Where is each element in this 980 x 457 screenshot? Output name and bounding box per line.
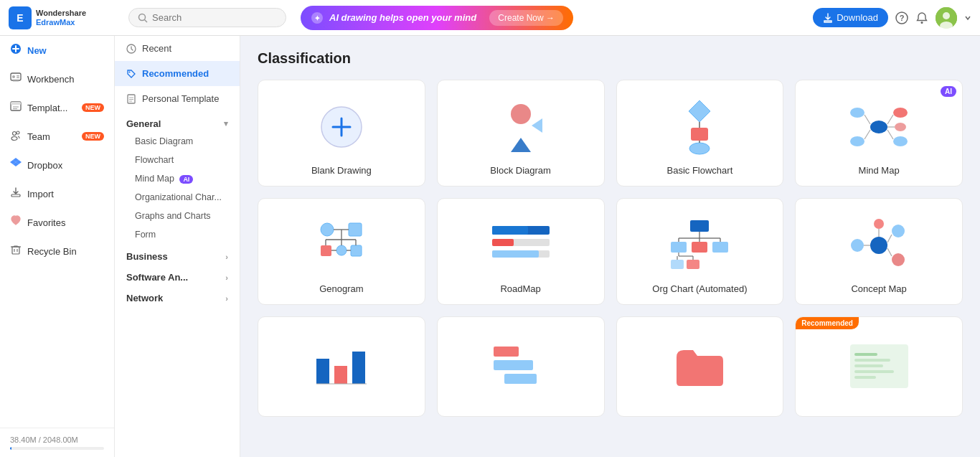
card-visual-bar [265, 331, 418, 400]
card-visual-recommended [803, 331, 955, 400]
nav-item-personal-template[interactable]: Personal Template [115, 86, 240, 111]
sidebar-item-templates[interactable]: Templat... NEW [0, 93, 114, 122]
nav-section-software[interactable]: Software An... › [115, 265, 240, 286]
svg-text:✦: ✦ [314, 14, 321, 22]
svg-rect-77 [690, 220, 709, 232]
help-icon: ? [895, 11, 908, 24]
ai-create-now-button[interactable]: Create Now → [489, 10, 563, 26]
download-button[interactable]: Download [813, 8, 888, 27]
svg-point-92 [870, 237, 887, 254]
page-title: Classification [258, 50, 963, 67]
svg-rect-87 [687, 260, 699, 269]
nav-sub-basic-diagram[interactable]: Basic Diagram [115, 132, 240, 151]
svg-point-52 [895, 123, 906, 131]
svg-rect-111 [854, 364, 883, 367]
search-input[interactable] [152, 12, 277, 23]
card-label: Blank Drawing [311, 165, 372, 176]
svg-line-99 [887, 248, 892, 256]
svg-rect-102 [334, 366, 347, 384]
nav-sub-org-chart[interactable]: Organizational Char... [115, 188, 240, 207]
svg-rect-86 [671, 260, 684, 269]
storage-text: 38.40M / 2048.00M [10, 435, 78, 444]
recommended-badge: Recommended [796, 317, 859, 329]
nav-sub-graphs-charts[interactable]: Graphs and Charts [115, 207, 240, 225]
svg-rect-72 [492, 226, 528, 235]
svg-point-96 [874, 219, 884, 229]
mind-map-ai-badge: AI [179, 175, 193, 184]
chevron-down-icon: ▾ [224, 119, 228, 128]
svg-rect-43 [691, 128, 708, 141]
tag-icon [126, 69, 136, 79]
card-recommended[interactable]: Recommended [795, 316, 963, 417]
svg-rect-27 [11, 194, 20, 197]
card-visual-gantt [445, 331, 597, 400]
svg-point-51 [893, 136, 908, 146]
sidebar-item-team[interactable]: Team NEW [0, 122, 114, 151]
card-gantt[interactable] [437, 316, 605, 417]
card-block-diagram[interactable]: Block Diagram [437, 80, 605, 187]
search-box[interactable] [128, 8, 286, 27]
nav-item-recent[interactable]: Recent [115, 36, 240, 61]
notifications-button[interactable] [915, 11, 928, 24]
sidebar-item-new[interactable]: New [0, 36, 114, 65]
logo[interactable]: E Wondershare EdrawMax [9, 6, 120, 29]
sidebar: New Workbench Templat... NEW Team NEW [0, 36, 115, 457]
avatar-icon [936, 7, 957, 29]
card-basic-flowchart[interactable]: Basic Flowchart [616, 80, 784, 187]
nav-item-recommended[interactable]: Recommended [115, 61, 240, 86]
card-blank-drawing[interactable]: Blank Drawing [258, 80, 425, 187]
card-mind-map[interactable]: AI Mind M [795, 80, 963, 187]
nav-sub-flowchart[interactable]: Flowchart [115, 151, 240, 169]
card-visual-block [445, 95, 597, 159]
chevron-down-icon [964, 14, 971, 22]
avatar[interactable] [936, 7, 957, 29]
card-label: Mind Map [859, 165, 900, 176]
logo-bot-text: EdrawMax [36, 18, 86, 27]
sidebar-item-import[interactable]: Import [0, 179, 114, 208]
svg-marker-42 [689, 100, 710, 122]
svg-rect-15 [13, 80, 19, 82]
chevron-right-icon: › [225, 273, 228, 282]
cards-row-2: Genogram RoadMap [258, 198, 963, 305]
svg-rect-101 [316, 359, 329, 384]
card-bar-chart[interactable] [258, 316, 425, 417]
nav-section-general[interactable]: General ▾ [115, 111, 240, 132]
svg-rect-62 [321, 245, 331, 256]
svg-point-58 [321, 223, 334, 236]
card-concept-map[interactable]: Concept Map [795, 198, 963, 305]
chevron-right-icon: › [225, 253, 228, 261]
card-org-chart-automated[interactable]: Org Chart (Automated) [616, 198, 784, 305]
storage-bar [10, 447, 104, 450]
import-icon [10, 187, 22, 201]
nav-sub-form[interactable]: Form [115, 225, 240, 244]
nav-sub-mind-map[interactable]: Mind Map AI [115, 169, 240, 188]
svg-rect-13 [17, 75, 19, 77]
nav-section-network[interactable]: Network › [115, 286, 240, 306]
svg-marker-41 [532, 118, 542, 133]
card-roadmap[interactable]: RoadMap [437, 198, 605, 305]
cards-row-1: Blank Drawing Block Diagram [258, 80, 963, 187]
svg-rect-28 [12, 247, 19, 254]
card-genogram[interactable]: Genogram [258, 198, 425, 305]
svg-point-22 [17, 131, 19, 134]
svg-rect-17 [11, 102, 21, 105]
main-area: New Workbench Templat... NEW Team NEW [0, 36, 980, 457]
svg-line-1 [145, 19, 148, 22]
svg-rect-74 [492, 239, 514, 246]
help-button[interactable]: ? [895, 11, 908, 24]
sidebar-item-favorites[interactable]: Favorites [0, 208, 114, 237]
trash-icon [10, 244, 22, 258]
card-visual-folder [624, 331, 776, 400]
card-folder[interactable] [616, 316, 784, 417]
nav-section-business[interactable]: Business › [115, 244, 240, 265]
card-visual-concept [803, 213, 955, 278]
card-visual-orgchart [624, 213, 776, 278]
svg-rect-80 [712, 242, 728, 253]
ai-icon: ✦ [311, 11, 324, 24]
sidebar-item-recycle[interactable]: Recycle Bin [0, 237, 114, 265]
sidebar-item-dropbox[interactable]: Dropbox [0, 151, 114, 179]
sidebar-item-workbench[interactable]: Workbench [0, 65, 114, 93]
svg-point-20 [13, 132, 17, 136]
svg-marker-40 [511, 138, 531, 152]
svg-line-98 [887, 235, 892, 242]
